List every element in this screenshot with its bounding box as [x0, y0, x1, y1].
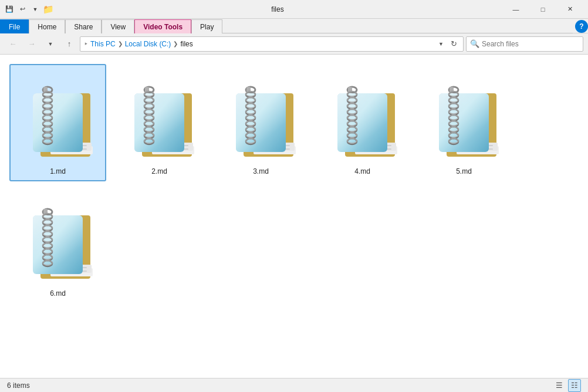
file-label: 4.md — [354, 167, 370, 175]
save-icon[interactable]: 💾 — [5, 5, 14, 14]
svg-rect-196 — [439, 93, 489, 152]
close-button[interactable]: ✕ — [556, 0, 583, 19]
file-icon — [426, 77, 502, 165]
file-item[interactable]: 5.md — [415, 64, 512, 181]
file-icon — [20, 199, 96, 287]
ribbon-tabs: File Home Share View Video Tools Play ? — [0, 19, 588, 33]
file-label: 6.md — [50, 289, 66, 298]
tab-video-tools[interactable]: Video Tools — [134, 19, 191, 33]
tab-file[interactable]: File — [0, 19, 29, 33]
tab-home[interactable]: Home — [29, 19, 65, 33]
search-input[interactable] — [482, 40, 579, 48]
minimize-button[interactable]: — — [502, 0, 529, 19]
undo-icon[interactable]: ↩ — [18, 5, 27, 14]
file-icon — [223, 77, 299, 165]
file-icon — [121, 77, 198, 165]
address-bar[interactable]: ‣ This PC ❯ Local Disk (C:) ❯ files ▼ ↻ — [80, 36, 464, 52]
item-count: 6 items — [7, 381, 30, 390]
search-bar[interactable]: 🔍 — [466, 36, 583, 52]
file-label: 2.md — [151, 167, 167, 175]
tab-view[interactable]: View — [102, 19, 134, 33]
back-button[interactable]: ← — [5, 36, 21, 52]
file-item[interactable]: 6.md — [9, 186, 106, 303]
file-item[interactable]: 4.md — [314, 64, 411, 181]
ribbon: File Home Share View Video Tools Play ? — [0, 19, 588, 33]
large-icons-view-button[interactable]: ☷ — [568, 379, 581, 392]
svg-rect-67 — [134, 93, 184, 152]
breadcrumb-thispc[interactable]: This PC — [90, 40, 116, 48]
file-item[interactable]: 1.md — [9, 64, 106, 181]
window-title: files — [58, 5, 498, 13]
file-label: 1.md — [50, 167, 66, 175]
file-grid: 1.md — [0, 55, 588, 378]
file-icon — [20, 77, 96, 165]
file-label: 5.md — [456, 167, 472, 175]
nav-bar: ← → ▼ ↑ ‣ This PC ❯ Local Disk (C:) ❯ fi… — [0, 33, 588, 55]
tab-play[interactable]: Play — [191, 19, 222, 33]
refresh-button[interactable]: ↻ — [448, 38, 459, 49]
svg-rect-110 — [236, 93, 286, 152]
breadcrumb-localdisk[interactable]: Local Disk (C:) — [125, 40, 171, 48]
title-bar-icons: 💾 ↩ ▼ 📁 — [5, 5, 53, 14]
maximize-button[interactable]: □ — [529, 0, 556, 19]
recent-locations-button[interactable]: ▼ — [42, 36, 59, 52]
file-label: 3.md — [253, 167, 269, 175]
address-dropdown-button[interactable]: ▼ — [438, 41, 444, 47]
title-bar: 💾 ↩ ▼ 📁 files — □ ✕ — [0, 0, 588, 19]
search-icon: 🔍 — [470, 39, 479, 48]
file-item[interactable]: 3.md — [212, 64, 309, 181]
svg-rect-24 — [33, 93, 83, 152]
svg-rect-239 — [33, 215, 83, 274]
file-item[interactable]: 2.md — [111, 64, 208, 181]
forward-button[interactable]: → — [23, 36, 40, 52]
details-view-button[interactable]: ☰ — [553, 379, 566, 392]
svg-rect-153 — [337, 93, 387, 152]
help-button[interactable]: ? — [575, 20, 588, 33]
file-icon — [325, 77, 401, 165]
tab-share[interactable]: Share — [65, 19, 102, 33]
title-bar-controls: — □ ✕ — [502, 0, 583, 19]
breadcrumb-files[interactable]: files — [180, 40, 192, 48]
folder-icon: 📁 — [43, 5, 53, 14]
view-controls: ☰ ☷ — [553, 379, 581, 392]
status-bar: 6 items ☰ ☷ — [0, 378, 588, 392]
dropdown-icon[interactable]: ▼ — [31, 5, 40, 14]
up-button[interactable]: ↑ — [61, 36, 77, 52]
breadcrumb: ‣ This PC ❯ Local Disk (C:) ❯ files — [84, 40, 193, 48]
